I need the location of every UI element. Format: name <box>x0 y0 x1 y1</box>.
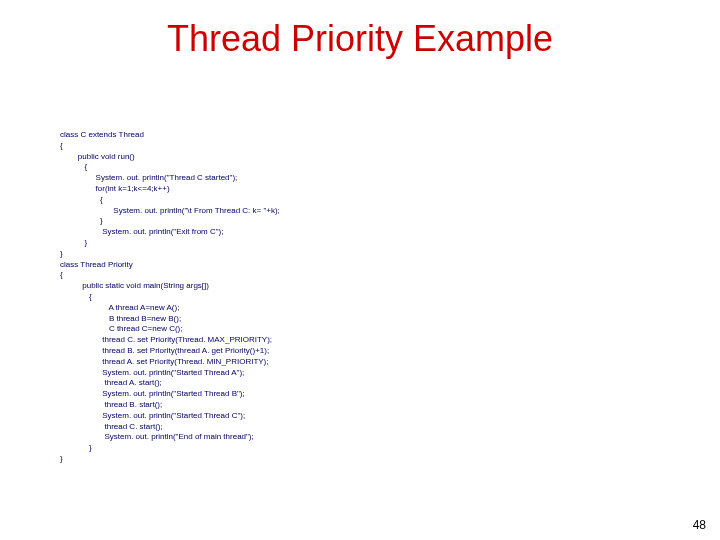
code-line: thread A. set Priority(Thread. MIN_PRIOR… <box>60 357 269 366</box>
code-line: { <box>60 141 63 150</box>
code-line: } <box>60 443 92 452</box>
code-line: public static void main(String args[]) <box>60 281 209 290</box>
code-line: System. out. println("\t From Thread C: … <box>60 206 280 215</box>
code-line: System. out. println("Exit from C"); <box>60 227 224 236</box>
code-line: { <box>60 195 103 204</box>
slide-title: Thread Priority Example <box>0 18 720 60</box>
code-line: { <box>60 292 92 301</box>
code-line: System. out. println("End of main thread… <box>60 432 254 441</box>
page-number: 48 <box>693 518 706 532</box>
code-line: } <box>60 454 63 463</box>
code-line: } <box>60 249 63 258</box>
code-line: thread B. set Priority(thread A. get Pri… <box>60 346 269 355</box>
code-line: } <box>60 238 87 247</box>
code-line: System. out. println("Started Thread A")… <box>60 368 244 377</box>
code-line: for(int k=1;k<=4;k++) <box>60 184 170 193</box>
code-line: { <box>60 162 87 171</box>
code-line: public void run() <box>60 152 135 161</box>
code-line: System. out. println("Thread C started")… <box>60 173 237 182</box>
code-line: class Thread Priority <box>60 260 133 269</box>
code-line: { <box>60 270 63 279</box>
code-line: thread A. start(); <box>60 378 162 387</box>
code-block: class C extends Thread { public void run… <box>60 130 280 465</box>
code-line: thread C. start(); <box>60 422 163 431</box>
code-line: thread C. set Priority(Thread. MAX_PRIOR… <box>60 335 272 344</box>
code-line: A thread A=new A(); <box>60 303 179 312</box>
code-line: System. out. println("Started Thread B")… <box>60 389 245 398</box>
code-line: thread B. start(); <box>60 400 162 409</box>
code-line: System. out. println("Started Thread C")… <box>60 411 245 420</box>
code-line: class C extends Thread <box>60 130 144 139</box>
code-line: B thread B=new B(); <box>60 314 181 323</box>
slide: Thread Priority Example class C extends … <box>0 0 720 540</box>
code-line: } <box>60 216 103 225</box>
code-line: C thread C=new C(); <box>60 324 182 333</box>
